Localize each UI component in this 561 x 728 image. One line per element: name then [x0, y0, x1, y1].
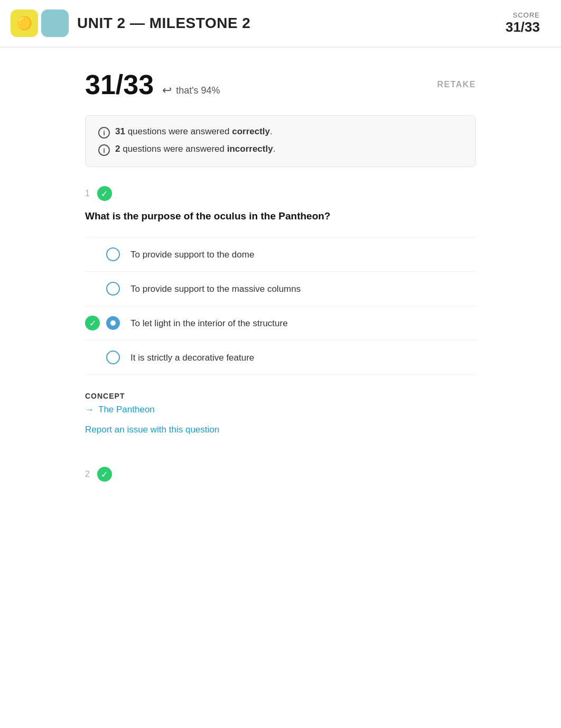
option-b-radio[interactable]: [106, 282, 120, 296]
correct-info-line: i 31 questions were answered correctly.: [98, 126, 463, 139]
page-title: UNIT 2 — MILESTONE 2: [77, 15, 250, 32]
main-content: 31/33 ↩ that's 94% RETAKE i 31 questions…: [74, 48, 487, 503]
concept-label: CONCEPT: [85, 392, 476, 400]
option-b-correct-indicator: [85, 281, 100, 296]
question-2-header: 2 ✓: [85, 456, 476, 482]
option-a-correct-indicator: [85, 247, 100, 262]
option-c-correct-indicator: ✓: [85, 316, 100, 330]
incorrect-info-text: 2 questions were answered incorrectly.: [115, 144, 275, 154]
correct-count: 31: [115, 126, 125, 136]
option-a-row[interactable]: To provide support to the dome: [85, 237, 476, 272]
concept-link-text: The Pantheon: [98, 404, 155, 415]
score-label: SCORE: [506, 11, 540, 19]
header-score-block: SCORE 31/33: [506, 11, 540, 35]
option-c-radio[interactable]: [106, 316, 120, 330]
option-c-row[interactable]: ✓ To let light in the interior of the st…: [85, 306, 476, 340]
question-2-number: 2: [85, 469, 90, 479]
concept-section: CONCEPT → The Pantheon Report an issue w…: [85, 392, 476, 435]
option-b-text: To provide support to the massive column…: [130, 281, 301, 296]
retake-button[interactable]: RETAKE: [437, 80, 476, 89]
option-d-left: [85, 350, 120, 365]
question-1-text: What is the purpose of the oculus in the…: [85, 210, 476, 222]
concept-link[interactable]: → The Pantheon: [85, 404, 476, 415]
arrow-icon: ↩: [162, 84, 172, 97]
option-a-radio[interactable]: [106, 247, 120, 261]
question-1-header: 1 ✓: [85, 186, 476, 201]
option-c-left: ✓: [85, 316, 120, 330]
option-c-text: To let light in the interior of the stru…: [130, 316, 288, 330]
info-icon-incorrect: i: [98, 144, 110, 156]
info-box: i 31 questions were answered correctly. …: [85, 115, 476, 167]
question-1-number: 1: [85, 189, 90, 198]
incorrect-count: 2: [115, 144, 120, 154]
header-left: 🟡 UNIT 2 — MILESTONE 2: [11, 10, 250, 37]
option-d-radio[interactable]: [106, 351, 120, 364]
info-icon-correct: i: [98, 127, 110, 139]
question-1-block: 1 ✓ What is the purpose of the oculus in…: [85, 186, 476, 435]
option-d-text: It is strictly a decorative feature: [130, 350, 254, 365]
option-d-row[interactable]: It is strictly a decorative feature: [85, 340, 476, 375]
option-d-correct-indicator: [85, 350, 100, 365]
page-header: 🟡 UNIT 2 — MILESTONE 2 SCORE 31/33: [0, 0, 561, 48]
big-score: 31/33: [85, 69, 154, 100]
option-b-left: [85, 281, 120, 296]
report-issue-link[interactable]: Report an issue with this question: [85, 425, 219, 435]
avatar-blob: 🟡: [11, 10, 38, 37]
avatar-group: 🟡: [11, 10, 69, 37]
option-b-row[interactable]: To provide support to the massive column…: [85, 272, 476, 306]
score-pct: ↩ that's 94%: [162, 84, 220, 97]
option-a-text: To provide support to the dome: [130, 247, 254, 262]
score-display: 31/33 ↩ that's 94%: [85, 69, 220, 100]
options-list: To provide support to the dome To provid…: [85, 237, 476, 375]
question-2-check: ✓: [97, 467, 112, 482]
correct-info-text: 31 questions were answered correctly.: [115, 126, 273, 137]
option-a-left: [85, 247, 120, 262]
percentage-text: that's 94%: [176, 85, 220, 96]
concept-arrow-icon: →: [85, 404, 94, 415]
score-row: 31/33 ↩ that's 94% RETAKE: [85, 69, 476, 100]
incorrect-info-line: i 2 questions were answered incorrectly.: [98, 144, 463, 156]
score-value: 31/33: [506, 19, 540, 35]
question-1-check: ✓: [97, 186, 112, 201]
avatar-photo: [41, 10, 69, 37]
